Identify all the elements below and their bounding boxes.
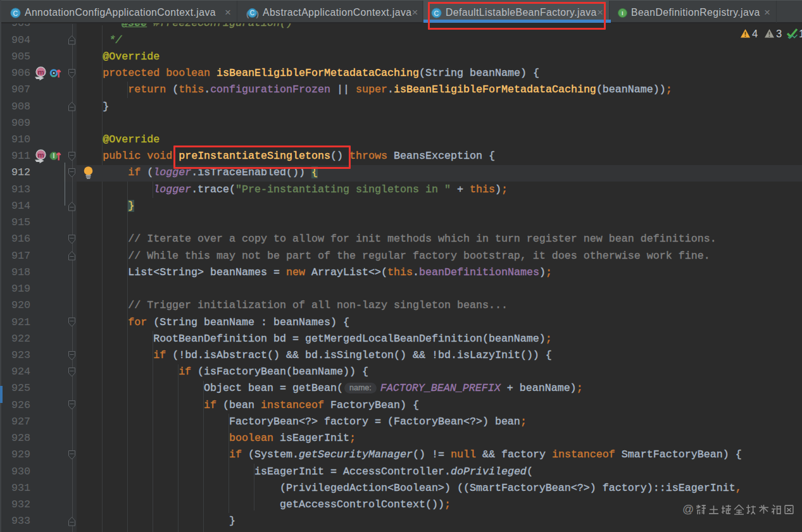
svg-text:m: m [37, 68, 44, 76]
svg-text:): ) [256, 8, 260, 18]
svg-text:C: C [250, 9, 255, 16]
svg-text:I: I [622, 9, 623, 16]
svg-text:I: I [53, 153, 55, 160]
svg-text:m: m [37, 151, 44, 159]
svg-text:C: C [13, 9, 18, 16]
